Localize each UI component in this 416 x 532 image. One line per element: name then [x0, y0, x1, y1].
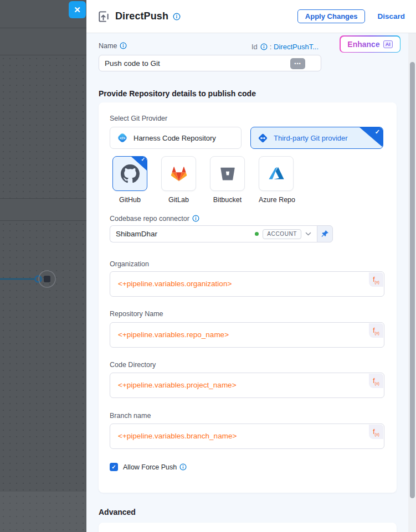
allow-force-push-label: Allow Force Push — [123, 463, 177, 471]
pipeline-node-graph[interactable] — [0, 268, 66, 290]
organization-value: <+pipeline.variables.organization> — [118, 280, 232, 288]
thirdparty-git-provider-option[interactable]: Third-party Git provider ✓ — [250, 127, 383, 149]
allow-force-push-checkbox[interactable]: ✓ — [110, 463, 118, 471]
select-git-provider-label: Select Git Provider — [110, 115, 167, 122]
fx-sub: (x) — [375, 280, 379, 284]
azure-icon — [267, 164, 286, 183]
fx-expression-icon[interactable]: f(x) — [369, 323, 383, 338]
bitbucket-icon — [219, 165, 237, 183]
code-directory-value: <+pipeline.variables.project_name> — [118, 381, 237, 389]
section-heading: Provide Repository details to publish co… — [99, 89, 256, 98]
allow-force-push-row: ✓ Allow Force Push — [110, 463, 187, 471]
name-input-value: Push code to Git — [105, 59, 160, 68]
canvas-divider — [0, 220, 86, 221]
enhance-inner: Enhance AI — [341, 37, 400, 52]
svg-text:</>: </> — [120, 136, 125, 140]
enhance-ai-button[interactable]: Enhance AI — [340, 35, 400, 53]
organization-label: Organization — [110, 260, 149, 268]
id-label: Id — [251, 43, 258, 51]
step-node-icon — [44, 276, 50, 282]
pushpin-icon — [321, 230, 329, 238]
name-info-icon[interactable] — [120, 42, 127, 49]
link-port-icon[interactable] — [35, 276, 42, 282]
id-separator: : — [270, 43, 272, 51]
code-directory-input[interactable]: <+pipeline.variables.project_name> f(x) — [110, 373, 384, 398]
more-options-icon[interactable]: ••• — [290, 58, 305, 69]
tile-bitbucket[interactable] — [210, 156, 245, 191]
gitlab-icon — [170, 164, 188, 183]
fx-sub: (x) — [375, 331, 379, 335]
tile-github[interactable]: ✓ — [112, 156, 147, 191]
branch-name-label: Branch name — [110, 412, 151, 420]
step-config-drawer: DirectPush Apply Changes Discard Name Id… — [86, 0, 416, 532]
close-icon: ✕ — [74, 5, 81, 14]
advanced-card[interactable] — [99, 523, 397, 532]
canvas-divider — [0, 198, 86, 199]
id-info-icon[interactable] — [260, 43, 268, 50]
tile-gitlab[interactable] — [161, 156, 196, 191]
close-drawer-button[interactable]: ✕ — [69, 1, 86, 18]
apply-changes-button[interactable]: Apply Changes — [297, 9, 366, 23]
check-icon: ✓ — [375, 128, 380, 136]
name-label-row: Name — [99, 42, 127, 50]
chevron-down-icon[interactable] — [305, 232, 311, 236]
tile-label-github: GitHub — [112, 196, 147, 204]
tile-label-azure: Azure Repo — [259, 196, 294, 204]
pipeline-canvas: ✕ — [0, 0, 86, 532]
tile-label-bitbucket: Bitbucket — [210, 196, 245, 204]
repository-name-label: Repository Name — [110, 310, 163, 318]
harness-option-label: Harness Code Repository — [133, 134, 216, 142]
canvas-dot-grid — [0, 55, 86, 198]
advanced-heading: Advanced — [99, 508, 136, 516]
step-id-value[interactable]: DirectPushT... — [274, 43, 319, 51]
branch-name-input[interactable]: <+pipeline.variables.branch_name> f(x) — [110, 423, 384, 449]
discard-link[interactable]: Discard — [377, 12, 405, 20]
step-title: DirectPush — [115, 11, 168, 22]
canvas-divider — [0, 55, 86, 55]
git-icon — [258, 133, 268, 143]
connector-value: ShibamDhar — [116, 230, 157, 238]
tile-azure-repo[interactable] — [259, 156, 294, 191]
scope-badge: ACCOUNT — [263, 229, 301, 239]
git-provider-tiles: ✓ — [112, 156, 294, 191]
name-label: Name — [99, 42, 117, 50]
repository-details-card: Select Git Provider </> Harness Code Rep… — [99, 102, 397, 493]
repository-name-value: <+pipeline.variables.repo_name> — [118, 330, 229, 339]
connector-select[interactable]: ShibamDhar ACCOUNT — [110, 225, 317, 242]
fx-sub: (x) — [375, 381, 379, 385]
fx-expression-icon[interactable]: f(x) — [369, 272, 383, 287]
scrollbar-track[interactable] — [408, 33, 416, 532]
step-info-icon[interactable] — [173, 13, 181, 20]
canvas-lower-band — [0, 492, 86, 532]
app-root: ✕ DirectPush Apply Changes Disc — [0, 0, 416, 532]
harness-code-icon: </> — [117, 132, 128, 143]
connector-meta: ACCOUNT — [255, 229, 311, 239]
connector-row: ShibamDhar ACCOUNT — [110, 225, 333, 242]
fx-expression-icon[interactable]: f(x) — [369, 425, 383, 439]
fx-sub: (x) — [375, 432, 379, 436]
connector-label-row: Codebase repo connector — [110, 215, 199, 223]
thirdparty-option-label: Third-party Git provider — [274, 134, 348, 142]
branch-name-value: <+pipeline.variables.branch_name> — [118, 432, 237, 440]
harness-code-repository-option[interactable]: </> Harness Code Repository — [110, 127, 242, 149]
enhance-label: Enhance — [347, 40, 379, 49]
drawer-header: DirectPush Apply Changes Discard — [86, 0, 416, 33]
name-input[interactable]: Push code to Git ••• — [99, 55, 321, 71]
git-provider-tile-labels: GitHub GitLab Bitbucket Azure Repo — [112, 196, 294, 204]
connectivity-status-icon — [255, 232, 259, 236]
drawer-body: Name Id: DirectPushT... Enhance AI Push … — [86, 33, 416, 532]
repository-name-input[interactable]: <+pipeline.variables.repo_name> f(x) — [110, 322, 384, 348]
direct-push-step-icon — [97, 10, 110, 23]
fx-expression-icon[interactable]: f(x) — [369, 374, 383, 388]
force-push-info-icon[interactable] — [179, 463, 187, 471]
check-icon: ✓ — [141, 157, 145, 162]
scrollbar-thumb[interactable] — [410, 62, 415, 498]
organization-input[interactable]: <+pipeline.variables.organization> f(x) — [110, 271, 384, 297]
pin-connector-button[interactable] — [317, 225, 333, 242]
github-icon — [121, 164, 140, 183]
connector-info-icon[interactable] — [192, 215, 199, 222]
step-id-row: Id: DirectPushT... — [251, 43, 319, 51]
tile-label-gitlab: GitLab — [161, 196, 196, 204]
connector-label: Codebase repo connector — [110, 215, 189, 223]
code-directory-label: Code Directory — [110, 361, 156, 369]
